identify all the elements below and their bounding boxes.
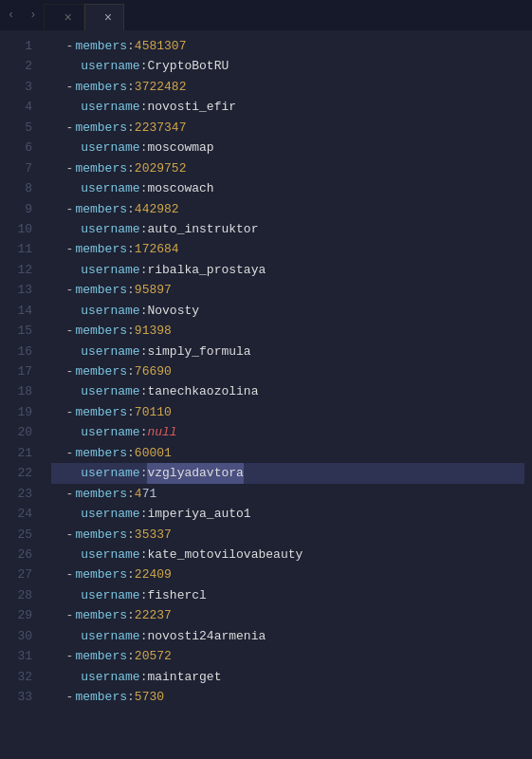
colon-5: :: [127, 118, 135, 138]
line-number-1: 1: [8, 36, 32, 56]
val-partial-23: 71: [142, 484, 157, 504]
line-number-17: 17: [8, 361, 32, 381]
colon-18: :: [140, 381, 148, 401]
val-28: fishercl: [147, 585, 206, 605]
line-number-7: 7: [8, 158, 32, 178]
val-26: kate_motovilovabeauty: [147, 545, 303, 565]
code-line-11: - members: 172684: [51, 239, 524, 259]
colon-11: :: [127, 239, 135, 259]
line-number-25: 25: [8, 525, 32, 545]
indent-10: [51, 219, 81, 239]
line-number-19: 19: [8, 402, 32, 422]
val-15: 91398: [135, 321, 172, 341]
line-number-9: 9: [8, 199, 32, 219]
colon-32: :: [140, 667, 148, 687]
line-number-30: 30: [8, 626, 32, 646]
val-18: tanechkaozolina: [147, 381, 258, 401]
line-number-3: 3: [8, 77, 32, 97]
indent-22: [51, 463, 81, 483]
code-line-2: username: CryptoBotRU: [51, 56, 524, 76]
tab-nav-prev[interactable]: ‹: [0, 0, 22, 30]
dash-21: -: [51, 443, 73, 463]
line-number-8: 8: [8, 178, 32, 198]
line-number-10: 10: [8, 219, 32, 239]
line-number-5: 5: [8, 118, 32, 138]
code-line-1: - members: 4581307: [51, 36, 524, 56]
line-number-28: 28: [8, 585, 32, 605]
indent-4: [51, 97, 81, 117]
colon-17: :: [127, 361, 135, 381]
code-line-21: - members: 60001: [51, 443, 524, 463]
key-14: username: [81, 301, 139, 321]
colon-16: :: [140, 342, 148, 361]
colon-31: :: [127, 646, 135, 666]
code-line-18: username: tanechkaozolina: [51, 381, 524, 401]
val-14: Novosty: [147, 301, 199, 321]
val-21: 60001: [135, 443, 172, 463]
tab-nav-next[interactable]: ›: [22, 0, 44, 30]
code-line-17: - members: 76690: [51, 361, 524, 381]
val-12: ribalka_prostaya: [147, 260, 266, 280]
code-line-16: username: simply_formula: [51, 342, 524, 361]
line-number-18: 18: [8, 381, 32, 401]
dash-13: -: [51, 280, 73, 300]
line-number-13: 13: [8, 280, 32, 300]
dash-23: -: [51, 484, 73, 504]
code-line-29: - members: 22237: [51, 605, 524, 625]
key-21: members: [75, 443, 127, 463]
key-30: username: [81, 626, 139, 646]
tab-bar: ‹ › × ×: [0, 0, 532, 30]
colon-2: :: [140, 56, 148, 76]
code-line-28: username: fishercl: [51, 585, 524, 605]
indent-6: [51, 138, 81, 157]
key-25: members: [75, 525, 127, 545]
colon-20: :: [140, 422, 148, 442]
line-numbers: 1234567891011121314151617181920212223242…: [0, 30, 44, 759]
val-19: 70110: [135, 402, 172, 422]
code-line-20: username: null: [51, 422, 524, 442]
code-line-13: - members: 95897: [51, 280, 524, 300]
code-line-26: username: kate_motovilovabeauty: [51, 545, 524, 565]
key-22: username: [81, 463, 139, 483]
val-32: maintarget: [147, 667, 221, 687]
key-33: members: [75, 687, 127, 707]
indent-20: [51, 422, 81, 442]
val-23: 4: [135, 484, 142, 504]
colon-12: :: [140, 260, 148, 280]
line-number-15: 15: [8, 321, 32, 341]
val-22: vzglyadavtora: [147, 463, 243, 483]
tab-config[interactable]: ×: [44, 4, 83, 30]
colon-4: :: [140, 97, 148, 117]
line-number-33: 33: [8, 687, 32, 707]
tab-config-close[interactable]: ×: [64, 11, 71, 25]
tab-result-close[interactable]: ×: [104, 11, 112, 25]
code-content[interactable]: - members: 4581307 username: CryptoBotRU…: [44, 30, 532, 759]
dash-5: -: [51, 118, 73, 138]
line-number-2: 2: [8, 56, 32, 76]
key-13: members: [75, 280, 127, 300]
colon-15: :: [127, 321, 135, 341]
key-3: members: [75, 77, 127, 97]
line-number-31: 31: [8, 646, 32, 666]
val-33: 5730: [135, 687, 164, 707]
dash-19: -: [51, 402, 73, 422]
key-27: members: [75, 565, 127, 584]
code-line-7: - members: 2029752: [51, 158, 524, 178]
indent-12: [51, 260, 81, 280]
val-24: imperiya_auto1: [147, 504, 250, 524]
line-number-12: 12: [8, 260, 32, 280]
dash-3: -: [51, 77, 73, 97]
line-number-20: 20: [8, 422, 32, 442]
line-number-6: 6: [8, 138, 32, 157]
colon-24: :: [140, 504, 148, 524]
colon-28: :: [140, 585, 148, 605]
tab-result[interactable]: ×: [84, 4, 124, 30]
key-6: username: [81, 138, 139, 157]
key-16: username: [81, 342, 139, 361]
code-line-9: - members: 442982: [51, 199, 524, 219]
line-number-23: 23: [8, 484, 32, 504]
code-line-22: username: vzglyadavtora: [51, 463, 524, 483]
colon-6: :: [140, 138, 148, 157]
colon-3: :: [127, 77, 135, 97]
line-number-29: 29: [8, 605, 32, 625]
